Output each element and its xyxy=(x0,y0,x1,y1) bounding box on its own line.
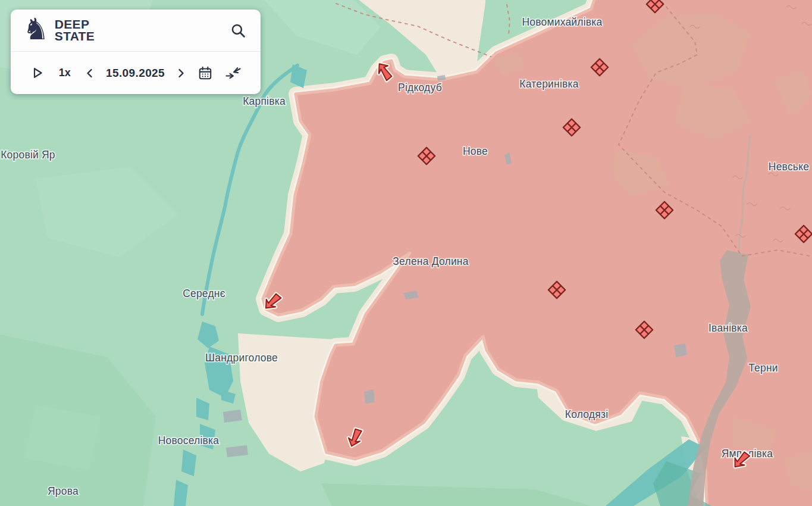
settlement-label: Нове xyxy=(463,145,488,157)
brand-line-2: STATE xyxy=(55,30,95,42)
settlement-label: Терни xyxy=(748,362,778,374)
settlement-label: Карпівка xyxy=(243,95,286,107)
play-button[interactable] xyxy=(29,64,46,82)
settlement-label: Катеринівка xyxy=(519,78,578,90)
settlement-label: Шандриголове xyxy=(205,352,278,364)
date-display[interactable]: 15.09.2025 xyxy=(106,67,165,80)
settlement-label: Рідкодуб xyxy=(398,82,442,93)
brand-name: DEEP STATE xyxy=(55,18,95,42)
calendar-icon xyxy=(197,65,213,81)
settlement-label: Новоселівка xyxy=(158,435,220,446)
search-button[interactable] xyxy=(229,21,247,40)
knight-logo-icon: ♞ xyxy=(23,16,49,42)
calendar-button[interactable] xyxy=(196,64,214,82)
settlement-label: Коровій Яр xyxy=(1,149,55,161)
chevron-right-icon xyxy=(175,68,186,79)
settlement-label: Невське xyxy=(769,161,809,173)
settlement-label: Колодязі xyxy=(565,408,609,420)
settlement-label: Новомихайлівка xyxy=(522,16,602,28)
timeline-controls: 1x 15.09.2025 xyxy=(11,52,261,94)
play-icon xyxy=(30,65,45,80)
settlement-label: Ярова xyxy=(48,485,79,497)
converge-arrows-icon xyxy=(225,65,242,80)
control-panel: ♞ DEEP STATE 1x 15.09.2025 xyxy=(11,10,261,94)
panel-header: ♞ DEEP STATE xyxy=(11,10,261,51)
prev-date-button[interactable] xyxy=(83,67,96,80)
settlement-label: Іванівка xyxy=(708,322,748,334)
speed-button[interactable]: 1x xyxy=(55,66,74,80)
search-icon xyxy=(230,23,246,39)
deepstate-logo[interactable]: ♞ DEEP STATE xyxy=(23,18,95,42)
settlement-label: Зелена Долина xyxy=(393,255,468,267)
settlement-label: Середнє xyxy=(183,288,225,299)
chevron-left-icon xyxy=(84,68,95,79)
next-date-button[interactable] xyxy=(174,67,187,80)
compare-dates-button[interactable] xyxy=(224,64,243,82)
